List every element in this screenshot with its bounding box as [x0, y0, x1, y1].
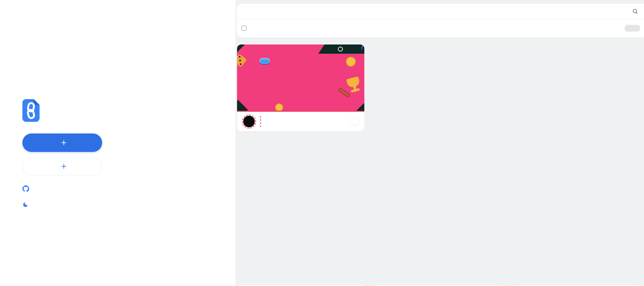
search-row	[237, 4, 644, 19]
ad-footer	[237, 112, 364, 131]
search-icon[interactable]	[632, 9, 638, 14]
ad-banner-play-now-button[interactable]	[259, 58, 270, 64]
trophy-icon	[346, 76, 362, 93]
moon-icon	[22, 202, 29, 208]
ad-banner[interactable]	[237, 44, 364, 112]
plus-icon	[61, 164, 67, 169]
connect-wallet-button[interactable]	[625, 25, 640, 32]
chainlist-logo-icon	[22, 99, 40, 123]
ad-highlight-divider	[260, 116, 261, 127]
include-testnets-toggle[interactable]	[242, 26, 249, 31]
ad-play-now-button[interactable]	[350, 118, 359, 125]
banner-corner-decoration	[237, 100, 248, 112]
add-rpc-button[interactable]	[22, 157, 102, 175]
ad-highlight-ring	[242, 114, 256, 129]
search-input[interactable]	[246, 9, 632, 14]
dice-icon	[237, 53, 247, 67]
banner-corner-decoration	[237, 44, 245, 52]
bitcoin-coin-icon	[345, 56, 357, 68]
github-icon	[22, 185, 29, 192]
sidebar	[0, 0, 236, 286]
add-network-button[interactable]	[22, 133, 102, 152]
bcgame-logo-icon	[243, 116, 255, 127]
include-testnets-checkbox[interactable]	[242, 26, 247, 31]
chainlist-page	[0, 0, 644, 286]
controls-row	[237, 19, 644, 37]
bitcoin-coin-icon	[275, 103, 283, 111]
view-code-link[interactable]	[22, 185, 167, 192]
ad-card	[237, 44, 364, 131]
networks-grid	[237, 44, 640, 285]
main-content	[236, 0, 644, 286]
plus-icon	[61, 140, 67, 145]
banner-corner-decoration	[357, 103, 364, 112]
bcgame-mini-logo-icon	[338, 47, 343, 52]
banner-brand-ribbon	[318, 44, 364, 54]
search-panel	[237, 4, 644, 37]
brand-home-link[interactable]	[22, 99, 167, 123]
toggle-theme-button[interactable]	[22, 202, 167, 208]
